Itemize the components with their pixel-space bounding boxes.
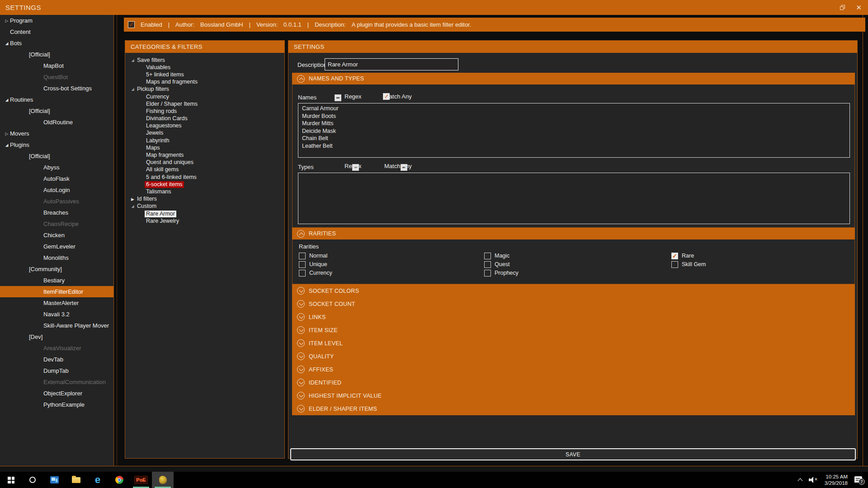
sidebar-item[interactable]: Breaches	[0, 207, 113, 218]
sidebar-item[interactable]: ◢Plugins	[0, 139, 113, 150]
sidebar-item[interactable]: QuestBot	[0, 71, 113, 83]
rarity-checkbox[interactable]	[671, 261, 678, 268]
listbox-item[interactable]: Murder Mitts	[302, 120, 846, 127]
expanded-arrow-icon[interactable]: ◢	[130, 87, 136, 91]
filter-tree-item[interactable]: Currency	[125, 93, 284, 100]
collapsed-section-identified[interactable]: IDENTIFIED	[292, 376, 855, 389]
save-button[interactable]: SAVE	[290, 448, 856, 460]
expanded-arrow-icon[interactable]: ◢	[4, 98, 10, 102]
start-icon[interactable]	[0, 472, 22, 488]
sidebar-item[interactable]: AutoPassives	[0, 196, 113, 207]
sidebar-item[interactable]: MapBot	[0, 60, 113, 71]
chrome-icon[interactable]	[108, 472, 130, 488]
collapsed-arrow-icon[interactable]: ▷	[4, 131, 10, 136]
collapsed-section-item-size[interactable]: ITEM SIZE	[292, 324, 855, 337]
sidebar-item[interactable]: AutoLogin	[0, 184, 113, 196]
sidebar-item[interactable]: ChaosRecipe	[0, 218, 113, 230]
expand-section-icon[interactable]	[297, 300, 305, 308]
expand-section-icon[interactable]	[297, 392, 305, 399]
filter-tree-item[interactable]: Jewels	[125, 130, 284, 137]
expand-section-icon[interactable]	[297, 287, 305, 295]
filter-tree-item[interactable]: ▶Id filters	[125, 196, 284, 203]
filter-tree-item[interactable]: 5+ linked items	[125, 71, 284, 78]
section-rarities[interactable]: RARITIES	[292, 228, 855, 239]
expand-section-icon[interactable]	[297, 313, 305, 321]
collapsed-section-socket-count[interactable]: SOCKET COUNT	[292, 297, 855, 310]
sidebar-item[interactable]: PythonExample	[0, 399, 113, 410]
sidebar-item[interactable]: DumpTab	[0, 365, 113, 376]
listbox-item[interactable]: Chain Belt	[302, 135, 846, 142]
expanded-arrow-icon[interactable]: ◢	[130, 204, 136, 208]
enabled-checkbox[interactable]	[128, 21, 135, 28]
collapsed-section-item-level[interactable]: ITEM LEVEL	[292, 337, 855, 350]
names-regex-checkbox[interactable]	[335, 94, 341, 101]
internet-explorer-icon[interactable]: e	[87, 472, 108, 488]
sidebar-item[interactable]: AreaVisualizer	[0, 343, 113, 354]
filter-tree-item[interactable]: ◢Pickup filters	[125, 86, 284, 93]
rarity-checkbox[interactable]	[299, 261, 306, 268]
sidebar-item[interactable]: [Official]	[0, 150, 113, 162]
rarity-checkbox[interactable]	[484, 253, 491, 259]
sidebar-item[interactable]: ◢Bots	[0, 38, 113, 49]
filter-tree-item[interactable]: Map fragments	[125, 151, 284, 159]
sidebar-item[interactable]: Abyss	[0, 162, 113, 173]
sidebar-item[interactable]: Monoliths	[0, 252, 113, 263]
filter-tree-item[interactable]: Rare Armor	[125, 210, 284, 217]
sidebar-item[interactable]: ▷Program	[0, 15, 113, 26]
rarity-checkbox[interactable]	[671, 253, 678, 259]
rarity-checkbox[interactable]	[484, 270, 491, 277]
filter-tree-item[interactable]: Fishing rods	[125, 108, 284, 115]
expand-section-icon[interactable]	[297, 405, 305, 413]
collapsed-arrow-icon[interactable]: ▶	[130, 197, 136, 202]
sidebar-item[interactable]: AutoFlask	[0, 173, 113, 184]
description-input[interactable]	[325, 58, 458, 70]
taskbar-clock[interactable]: 10:25 AM 3/29/2018	[825, 474, 848, 486]
bot-app-icon[interactable]	[152, 472, 174, 488]
listbox-item[interactable]: Leather Belt	[302, 142, 846, 150]
filter-tree-item[interactable]: All skill gems	[125, 166, 284, 174]
poe-icon[interactable]: PoE	[130, 472, 152, 488]
expanded-arrow-icon[interactable]: ◢	[4, 41, 10, 46]
sidebar-item[interactable]: [Official]	[0, 49, 113, 60]
collapsed-section-socket-colors[interactable]: SOCKET COLORS	[292, 284, 855, 297]
cortana-icon[interactable]	[22, 472, 43, 488]
filter-tree-item[interactable]: Elder / Shaper Items	[125, 100, 284, 108]
types-listbox[interactable]	[298, 173, 850, 224]
collapsed-section-affixes[interactable]: AFFIXES	[292, 363, 855, 376]
sidebar-item[interactable]: Navali 3.2	[0, 309, 113, 320]
collapsed-section-highest-implicit-value[interactable]: HIGHEST IMPLICIT VALUE	[292, 389, 855, 402]
sidebar-item[interactable]: ◢Routines	[0, 94, 113, 105]
expand-section-icon[interactable]	[297, 379, 305, 386]
filter-tree-item[interactable]: 6-socket items	[125, 181, 284, 188]
close-window-icon[interactable]: ✕	[856, 4, 862, 11]
collapsed-arrow-icon[interactable]: ▷	[4, 19, 10, 23]
sidebar-item[interactable]: [Official]	[0, 105, 113, 117]
expanded-arrow-icon[interactable]: ◢	[4, 143, 10, 147]
window-titlebar[interactable]: SETTINGS ✕	[0, 0, 868, 15]
sidebar-item[interactable]: ObjectExplorer	[0, 388, 113, 399]
tray-expand-icon[interactable]	[797, 478, 802, 483]
expand-section-icon[interactable]	[297, 352, 305, 360]
sidebar-item[interactable]: GemLeveler	[0, 241, 113, 252]
sidebar-item[interactable]: OldRoutine	[0, 117, 113, 128]
sidebar-divider[interactable]	[113, 15, 114, 466]
filter-tree-item[interactable]: Divination Cards	[125, 115, 284, 122]
sidebar-item[interactable]: Bestiary	[0, 275, 113, 286]
sidebar-item[interactable]: Chicken	[0, 230, 113, 241]
sidebar-item[interactable]: ExternalCommunication	[0, 376, 113, 388]
restore-window-icon[interactable]	[840, 5, 845, 10]
app-window-icon[interactable]	[43, 472, 65, 488]
sidebar-item[interactable]: Cross-bot Settings	[0, 83, 113, 94]
collapse-section-icon[interactable]	[297, 75, 305, 83]
filter-tree-item[interactable]: Maps	[125, 144, 284, 151]
filter-tree-item[interactable]: ◢Save filters	[125, 56, 284, 64]
collapsed-section-quality[interactable]: QUALITY	[292, 350, 855, 363]
filter-tree-item[interactable]: Quest and uniques	[125, 159, 284, 166]
sidebar-item[interactable]: [Dev]	[0, 331, 113, 343]
names-listbox[interactable]: Carnal ArmourMurder BootsMurder MittsDei…	[298, 103, 850, 158]
rarity-checkbox[interactable]	[299, 253, 306, 259]
sidebar-item[interactable]: Skill-Aware Player Mover	[0, 320, 113, 331]
volume-muted-icon[interactable]: ✕	[809, 477, 818, 483]
collapse-section-icon[interactable]	[297, 230, 305, 238]
filter-tree-item[interactable]: Valuables	[125, 64, 284, 71]
